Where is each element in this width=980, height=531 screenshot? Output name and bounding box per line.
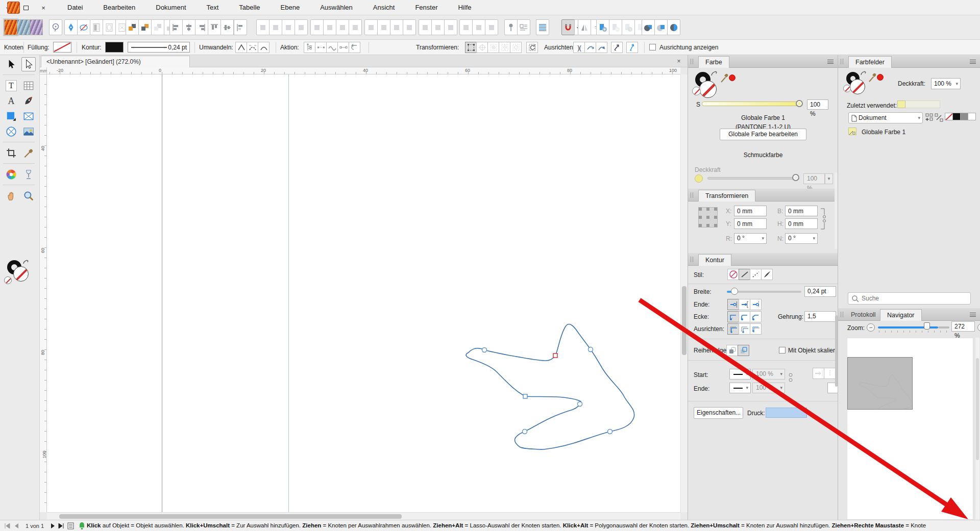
arrow-dark-button[interactable] bbox=[611, 42, 623, 53]
combine-trim-button[interactable] bbox=[654, 19, 668, 35]
image-tool[interactable] bbox=[21, 124, 36, 139]
text-frame-button[interactable] bbox=[90, 19, 103, 35]
menu-text[interactable]: Text bbox=[200, 0, 226, 15]
oval-frame-tool[interactable] bbox=[4, 124, 18, 139]
rect-frame-tool[interactable] bbox=[4, 109, 18, 123]
node-merge-button[interactable] bbox=[337, 42, 349, 53]
match-size-button[interactable] bbox=[444, 19, 457, 35]
navigator-viewport-rect[interactable] bbox=[847, 357, 913, 410]
text-tool[interactable]: T bbox=[4, 79, 18, 93]
opacity-slider-thumb[interactable] bbox=[792, 174, 799, 181]
close-button[interactable]: × bbox=[35, 0, 52, 15]
show-center-button[interactable] bbox=[487, 42, 499, 53]
corner-miter-button[interactable] bbox=[727, 311, 739, 322]
select-tool[interactable] bbox=[4, 57, 18, 71]
menu-tabelle[interactable]: Tabelle bbox=[232, 0, 267, 15]
page-list-icon[interactable] bbox=[66, 522, 75, 530]
eyedropper-icon[interactable] bbox=[720, 72, 729, 84]
zoom-in-button[interactable]: + bbox=[977, 323, 980, 332]
navigator-preview[interactable] bbox=[847, 338, 973, 520]
end-arrow-combo[interactable]: ▾ bbox=[729, 383, 751, 393]
node-split-button[interactable] bbox=[304, 42, 315, 53]
menu-dokument[interactable]: Dokument bbox=[149, 0, 193, 15]
combine-weld-button[interactable] bbox=[642, 19, 655, 35]
fill-none-indicator[interactable] bbox=[699, 81, 717, 98]
start-scale-combo[interactable]: 100 %▾ bbox=[752, 369, 785, 380]
menu-auswhlen[interactable]: Auswählen bbox=[313, 0, 360, 15]
saturation-slider[interactable] bbox=[702, 102, 803, 106]
panel-menu-icon[interactable] bbox=[970, 60, 976, 64]
stroke-align-inside-button[interactable] bbox=[739, 323, 750, 335]
crop-tool[interactable] bbox=[4, 146, 18, 160]
stroke-align-outside-button[interactable] bbox=[750, 323, 762, 335]
stack-bottom-button[interactable] bbox=[485, 19, 498, 35]
zoom-value[interactable]: 272 % bbox=[951, 321, 975, 332]
match-height-button[interactable] bbox=[431, 19, 445, 35]
select-frame-button[interactable] bbox=[465, 42, 477, 53]
curve-node-button[interactable] bbox=[247, 42, 258, 53]
pen-tool[interactable] bbox=[21, 94, 36, 108]
glyph-tool[interactable]: A bbox=[4, 94, 18, 108]
height-input[interactable] bbox=[785, 218, 818, 229]
panel-menu-icon[interactable] bbox=[827, 60, 834, 64]
link-swatch-icon[interactable] bbox=[935, 113, 943, 122]
rotate-box-button[interactable] bbox=[526, 42, 538, 53]
druck-color-swatch[interactable] bbox=[766, 408, 807, 418]
stack-middle-button[interactable] bbox=[472, 19, 485, 35]
ff-opacity-combo[interactable]: 100 %▾ bbox=[931, 78, 961, 89]
miter-value[interactable]: 1,5 bbox=[804, 311, 836, 322]
note-balloon-button[interactable] bbox=[49, 19, 62, 35]
stroke-dotted-button[interactable] bbox=[750, 269, 762, 280]
eyedropper-tool[interactable] bbox=[21, 146, 36, 160]
arrow-blue-button[interactable] bbox=[626, 42, 638, 53]
rotate-nodes-button[interactable] bbox=[510, 42, 522, 53]
paragraph-marks-button[interactable] bbox=[517, 19, 530, 35]
curve-node[interactable] bbox=[608, 429, 612, 434]
swatch-library-combo[interactable]: Dokument▾ bbox=[848, 112, 923, 123]
align-left-button[interactable] bbox=[169, 19, 183, 35]
edit-global-color-button[interactable]: Globale Farbe bearbeiten bbox=[720, 129, 806, 140]
zoom-tool[interactable] bbox=[21, 189, 36, 203]
align-to-page-button[interactable] bbox=[234, 19, 247, 35]
y-input[interactable] bbox=[734, 218, 767, 229]
stroke-brush-button[interactable] bbox=[761, 269, 773, 280]
show-alignment-checkbox[interactable] bbox=[649, 44, 656, 50]
app-publisher-button[interactable] bbox=[30, 19, 43, 35]
cap-butt-button[interactable] bbox=[727, 299, 739, 310]
reference-point-selector[interactable] bbox=[698, 207, 718, 227]
tab-navigator[interactable]: Navigator bbox=[880, 309, 922, 321]
cap-round-button[interactable] bbox=[750, 299, 762, 310]
union-add-button[interactable] bbox=[596, 19, 609, 35]
stroke-solid-button[interactable] bbox=[739, 269, 750, 280]
curve-node[interactable] bbox=[523, 429, 527, 434]
curve-node[interactable] bbox=[482, 348, 487, 352]
swap-fill-stroke-icon[interactable] bbox=[710, 70, 718, 77]
first-page-icon[interactable] bbox=[3, 522, 11, 530]
anchor-pin-button[interactable] bbox=[504, 19, 518, 35]
opacity-dropdown[interactable]: ▾ bbox=[825, 173, 833, 184]
last-page-icon[interactable] bbox=[57, 522, 65, 530]
align-obj-right-button[interactable] bbox=[282, 19, 295, 35]
corner-round-button[interactable] bbox=[739, 311, 750, 322]
saturation-slider-thumb[interactable] bbox=[796, 100, 803, 107]
tab-farbe[interactable]: Farbe bbox=[698, 56, 729, 68]
quick-swatch-black[interactable] bbox=[952, 113, 961, 120]
panel-grip[interactable] bbox=[691, 59, 693, 64]
union-subtract-button[interactable] bbox=[609, 19, 622, 35]
align-obj-center-button[interactable] bbox=[269, 19, 282, 35]
panel-grip[interactable] bbox=[691, 257, 693, 262]
flip-h-button[interactable] bbox=[578, 19, 591, 35]
style-glass-tool[interactable] bbox=[21, 167, 36, 182]
align-obj-top-button[interactable] bbox=[295, 19, 308, 35]
tab-transformieren[interactable]: Transformieren bbox=[698, 190, 755, 201]
curve-node[interactable] bbox=[589, 347, 593, 352]
curve-node[interactable] bbox=[578, 402, 582, 407]
active-color-dot[interactable] bbox=[877, 74, 884, 81]
node-revert-button[interactable] bbox=[349, 42, 360, 53]
link-ends-icon[interactable] bbox=[788, 371, 793, 386]
global-swatch-cell[interactable] bbox=[848, 128, 856, 135]
stack-top-button[interactable] bbox=[459, 19, 473, 35]
rotation-combo[interactable]: 0 °▾ bbox=[734, 233, 767, 244]
node-join-button[interactable] bbox=[315, 42, 327, 53]
horizontal-scrollbar[interactable] bbox=[47, 512, 680, 520]
